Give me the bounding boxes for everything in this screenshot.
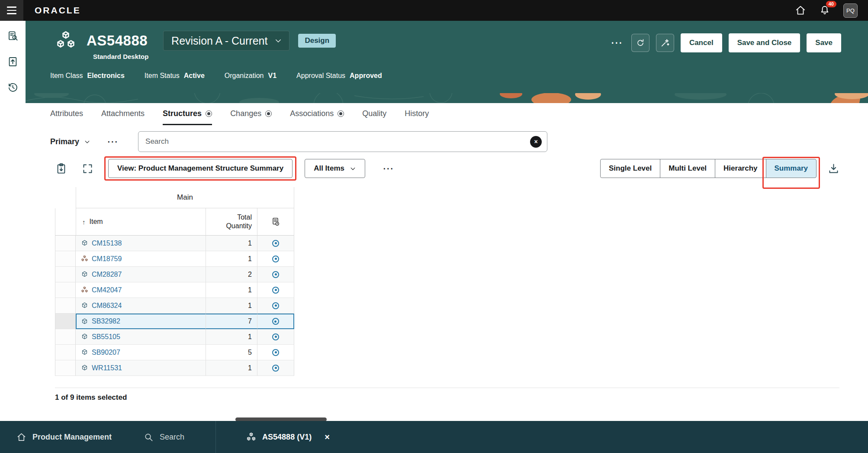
user-avatar[interactable]: PQ (843, 3, 858, 18)
eye-cell[interactable] (257, 360, 294, 376)
item-link[interactable]: SB90207 (92, 349, 120, 356)
structure-summary-table: Main ↑ Item Total Quantity CM15138 1 CM1… (55, 187, 294, 376)
table-row[interactable]: CM86324 1 (55, 298, 294, 314)
row-selector-cell[interactable] (55, 282, 76, 298)
item-link[interactable]: CM18759 (92, 255, 122, 263)
eye-cell[interactable] (257, 251, 294, 267)
quantity-cell: 1 (206, 329, 257, 345)
view-details-icon[interactable] (272, 240, 279, 247)
view-details-icon[interactable] (272, 302, 279, 309)
tab-attributes[interactable]: Attributes (50, 109, 83, 125)
navigator-menu-icon[interactable] (0, 0, 23, 21)
view-mode-summary-label: Summary (775, 164, 808, 173)
row-selector-cell[interactable] (55, 267, 76, 282)
row-selector-cell[interactable] (55, 251, 76, 267)
structure-name-dropdown[interactable]: Primary (50, 137, 90, 146)
view-details-icon[interactable] (272, 256, 279, 262)
view-details-icon[interactable] (272, 333, 279, 340)
item-link[interactable]: SB55105 (92, 333, 120, 341)
tab-attachments[interactable]: Attachments (101, 109, 145, 125)
info-value: Approved (350, 72, 382, 80)
search-input[interactable] (145, 137, 530, 146)
view-mode-multi-level[interactable]: Multi Level (660, 159, 715, 178)
eye-cell[interactable] (257, 298, 294, 314)
row-selector-cell[interactable] (55, 360, 76, 376)
sidebar-clipboard-up-icon[interactable] (7, 56, 19, 68)
eye-cell[interactable] (257, 236, 294, 251)
view-details-icon[interactable] (272, 349, 279, 356)
tab-changes[interactable]: Changes (230, 109, 272, 125)
view-mode-summary[interactable]: Summary (766, 159, 817, 178)
taskbar-product-management[interactable]: Product Management (16, 432, 112, 442)
taskbar-search[interactable]: Search (144, 432, 184, 442)
notification-count-badge: 40 (826, 1, 836, 7)
row-selector-cell[interactable] (55, 329, 76, 345)
table-row[interactable]: WR11531 1 (55, 360, 294, 376)
item-column-header[interactable]: ↑ Item (76, 208, 206, 236)
cancel-button[interactable]: Cancel (681, 33, 722, 52)
clear-search-icon[interactable]: × (530, 136, 542, 148)
view-details-icon[interactable] (272, 271, 279, 278)
oracle-logo[interactable]: ORACLE (35, 5, 81, 16)
taskbar-open-item-tab[interactable]: AS54888 (V1) × (246, 432, 330, 442)
sort-ascending-icon[interactable]: ↑ (82, 218, 86, 226)
item-link[interactable]: CM42047 (92, 286, 122, 294)
item-link[interactable]: CM15138 (92, 239, 122, 247)
row-selector-cell[interactable] (55, 236, 76, 251)
item-tabs: Attributes Attachments Structures Change… (50, 109, 429, 125)
maximize-icon[interactable] (82, 163, 93, 175)
table-row[interactable]: SB55105 1 (55, 329, 294, 345)
assembly-icon (81, 255, 88, 262)
table-row[interactable]: CM18759 1 (55, 251, 294, 267)
eye-cell[interactable] (257, 282, 294, 298)
tab-label: Changes (230, 109, 261, 118)
eye-cell[interactable] (257, 329, 294, 345)
row-selector-cell[interactable] (55, 298, 76, 314)
info-value: Electronics (87, 72, 125, 80)
add-from-clipboard-icon[interactable] (55, 163, 67, 175)
table-row-selected[interactable]: SB32982 7 (55, 314, 294, 329)
revision-dropdown[interactable]: Revision A - Current (163, 31, 289, 51)
task-bar: Product Management Search AS54888 (V1) × (0, 421, 868, 453)
view-mode-single-level[interactable]: Single Level (600, 159, 660, 178)
quantity-column-header[interactable]: Total Quantity (206, 208, 257, 236)
view-details-icon[interactable] (272, 365, 279, 372)
item-link[interactable]: SB32982 (92, 317, 120, 325)
tab-history[interactable]: History (405, 109, 429, 125)
lifecycle-phase-badge: Design (298, 34, 336, 48)
eye-cell[interactable] (257, 314, 294, 329)
view-details-icon[interactable] (272, 287, 279, 294)
view-mode-hierarchy[interactable]: Hierarchy (715, 159, 766, 178)
tab-label: Associations (290, 109, 334, 118)
item-header: AS54888 Revision A - Current Design Stan… (26, 21, 868, 93)
item-link[interactable]: CM86324 (92, 302, 122, 310)
items-filter-dropdown[interactable]: All Items (305, 159, 365, 178)
smart-actions-button[interactable] (656, 34, 674, 52)
row-selector-cell[interactable] (55, 314, 76, 329)
eye-cell[interactable] (257, 267, 294, 282)
close-tab-icon[interactable]: × (325, 433, 330, 441)
table-row[interactable]: CM42047 1 (55, 282, 294, 298)
refresh-button[interactable] (631, 34, 649, 52)
home-icon[interactable] (795, 5, 806, 16)
notifications-button[interactable]: 40 (819, 5, 830, 16)
table-row[interactable]: CM15138 1 (55, 236, 294, 251)
item-details-column-icon (271, 217, 280, 226)
tab-quality[interactable]: Quality (362, 109, 386, 125)
tab-associations[interactable]: Associations (290, 109, 344, 125)
row-selector-cell[interactable] (55, 345, 76, 360)
save-and-close-button[interactable]: Save and Close (729, 33, 800, 52)
view-details-icon[interactable] (272, 318, 279, 325)
sidebar-item-search-icon[interactable] (7, 30, 19, 42)
quantity-cell: 7 (206, 314, 257, 329)
table-row[interactable]: CM28287 2 (55, 267, 294, 282)
sidebar-history-icon[interactable] (7, 81, 19, 93)
table-row[interactable]: SB90207 5 (55, 345, 294, 360)
save-button[interactable]: Save (807, 33, 841, 52)
export-download-icon[interactable] (828, 163, 839, 175)
tab-structures[interactable]: Structures (163, 109, 212, 125)
view-selector-button[interactable]: View: Product Management Structure Summa… (108, 159, 293, 178)
eye-cell[interactable] (257, 345, 294, 360)
item-link[interactable]: WR11531 (92, 364, 122, 372)
item-link[interactable]: CM28287 (92, 271, 122, 278)
